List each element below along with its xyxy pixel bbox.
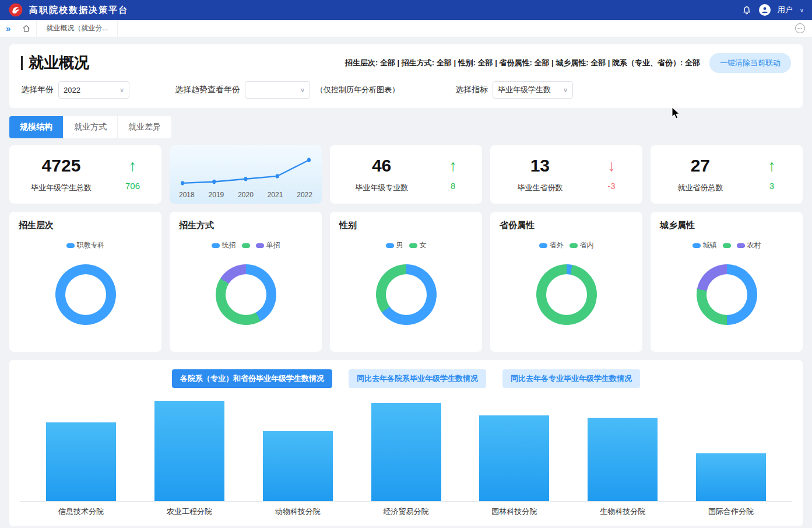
bar[interactable] xyxy=(696,453,766,501)
trend-select-note: （仅控制历年分析图表） xyxy=(316,85,399,95)
bar[interactable] xyxy=(154,401,224,501)
bar-group[interactable] xyxy=(677,453,785,501)
bar-group[interactable] xyxy=(135,401,244,501)
trend-year-select-label: 选择趋势查看年份 xyxy=(175,85,240,95)
tab-scale-structure[interactable]: 规模结构 xyxy=(9,116,64,138)
legend-item[interactable] xyxy=(242,243,250,248)
legend-swatch xyxy=(539,243,547,248)
donut-card-enrollment-level: 招生层次 职教专科 xyxy=(9,212,161,352)
legend-item[interactable]: 统招 xyxy=(212,240,236,250)
bar-group[interactable] xyxy=(244,431,352,501)
chart-legend: 职教专科 xyxy=(19,240,152,250)
legend-item[interactable]: 省外 xyxy=(539,240,564,250)
legend-swatch xyxy=(737,243,745,248)
legend-item[interactable]: 农村 xyxy=(737,240,761,250)
kpi-delta: 706 xyxy=(125,181,140,191)
bar-category-label: 经济贸易分院 xyxy=(352,506,461,517)
donut-card-gender: 性别 男女 xyxy=(330,212,482,352)
tab-department-province-students[interactable]: 各院系（专业）和省份毕业年级学生数情况 xyxy=(172,369,332,388)
legend-item[interactable]: 省内 xyxy=(570,240,594,250)
metric-select-value: 毕业年级学生数 xyxy=(498,85,551,95)
legend-item[interactable]: 女 xyxy=(409,240,427,250)
department-bar-chart-panel: 各院系（专业）和省份毕业年级学生数情况 同比去年各院系毕业年级学生数情况 同比去… xyxy=(9,360,803,526)
legend-item[interactable]: 单招 xyxy=(256,240,280,250)
breadcrumb-tabstrip: » 就业概况（就业分... ⋯ xyxy=(0,20,812,37)
open-page-tab[interactable]: 就业概况（就业分... xyxy=(36,20,118,37)
notification-bell-icon[interactable] xyxy=(741,5,752,15)
donut-chart-enrollment-level[interactable] xyxy=(55,264,116,325)
clear-linkage-button[interactable]: 一键清除当前联动 xyxy=(709,53,791,73)
kpi-label: 毕业年级学生总数 xyxy=(31,183,92,193)
person-icon xyxy=(761,6,769,14)
legend-swatch xyxy=(723,243,731,248)
kpi-card-employment-province-count[interactable]: 27 就业省份总数 ↑ 3 xyxy=(651,145,803,204)
legend-label: 省外 xyxy=(550,240,564,250)
sparkline-year-axis: 20182019202020212022 xyxy=(175,190,316,201)
chevron-down-icon[interactable]: ∨ xyxy=(800,7,804,13)
trend-down-icon: ↓ xyxy=(607,158,616,174)
chart-legend: 男女 xyxy=(339,240,473,250)
kpi-delta: -3 xyxy=(607,181,616,191)
bar-chart-plot[interactable] xyxy=(20,400,792,502)
year-select[interactable]: 2022 ∨ xyxy=(58,81,129,99)
donut-card-province-attribute: 省份属性 省外省内 xyxy=(490,212,642,352)
bar-chart-tabs: 各院系（专业）和省份毕业年级学生数情况 同比去年各院系毕业年级学生数情况 同比去… xyxy=(20,369,792,388)
donut-chart-urban-rural[interactable] xyxy=(697,264,757,325)
bar[interactable] xyxy=(588,418,658,501)
bar-group[interactable] xyxy=(352,403,461,501)
user-avatar[interactable] xyxy=(759,4,771,16)
tab-employment-mode[interactable]: 就业方式 xyxy=(64,116,118,138)
title-marker xyxy=(21,56,23,70)
bar-group[interactable] xyxy=(568,418,677,501)
spark-year-label: 2021 xyxy=(268,191,283,199)
overview-header-panel: 就业概况 招生层次: 全部 | 招生方式: 全部 | 性别: 全部 | 省份属性… xyxy=(9,44,803,108)
main-content: 就业概况 招生层次: 全部 | 招生方式: 全部 | 性别: 全部 | 省份属性… xyxy=(0,37,812,526)
chart-title: 性别 xyxy=(339,220,473,231)
donut-card-enrollment-mode: 招生方式 统招单招 xyxy=(170,212,322,352)
legend-swatch xyxy=(66,243,75,248)
active-filters-summary: 招生层次: 全部 | 招生方式: 全部 | 性别: 全部 | 省份属性: 全部 … xyxy=(345,58,700,68)
donut-chart-gender[interactable] xyxy=(376,264,437,325)
bar[interactable] xyxy=(371,403,441,501)
year-select-value: 2022 xyxy=(64,86,80,95)
user-menu-label[interactable]: 用户 xyxy=(778,5,793,15)
bar-group[interactable] xyxy=(460,415,568,501)
kpi-row: 4725 毕业年级学生总数 ↑ 706 20182019202020212022… xyxy=(9,145,803,204)
tab-employment-gap[interactable]: 就业差异 xyxy=(118,116,171,138)
tab-options-icon[interactable]: ⋯ xyxy=(795,23,805,33)
trend-year-select[interactable]: ∨ xyxy=(245,81,310,99)
bar-group[interactable] xyxy=(27,422,135,501)
kpi-trend-sparkline-card[interactable]: 20182019202020212022 xyxy=(170,145,322,204)
legend-swatch xyxy=(409,243,417,248)
kpi-card-origin-province-count[interactable]: 13 毕业生省份数 ↓ -3 xyxy=(490,145,642,204)
legend-item[interactable]: 城镇 xyxy=(693,240,717,250)
trend-up-icon: ↑ xyxy=(449,158,457,174)
kpi-label: 毕业年级专业数 xyxy=(355,183,408,193)
bar[interactable] xyxy=(46,422,116,501)
legend-label: 男 xyxy=(396,240,403,250)
legend-label: 省内 xyxy=(580,240,594,250)
legend-item[interactable]: 职教专科 xyxy=(66,240,105,250)
bar[interactable] xyxy=(479,415,549,501)
app-logo-icon xyxy=(8,2,23,18)
metric-select[interactable]: 毕业年级学生数 ∨ xyxy=(493,81,573,99)
kpi-card-total-students[interactable]: 4725 毕业年级学生总数 ↑ 706 xyxy=(9,145,161,204)
chart-legend: 城镇农村 xyxy=(660,240,793,250)
donut-chart-province-attribute[interactable] xyxy=(536,264,597,325)
legend-label: 统招 xyxy=(222,240,236,250)
trend-up-icon: ↑ xyxy=(125,158,140,174)
tab-yoy-department-students[interactable]: 同比去年各院系毕业年级学生数情况 xyxy=(349,369,486,388)
legend-item[interactable]: 男 xyxy=(386,240,403,250)
kpi-card-major-count[interactable]: 46 毕业年级专业数 ↑ 8 xyxy=(330,145,482,204)
bar[interactable] xyxy=(263,431,333,501)
bar-chart-x-axis: 信息技术分院农业工程分院动物科技分院经济贸易分院园林科技分院生物科技分院国际合作… xyxy=(20,506,792,520)
sidebar-collapse-icon[interactable]: » xyxy=(0,23,16,33)
kpi-label: 毕业生省份数 xyxy=(517,183,563,193)
tab-yoy-major-students[interactable]: 同比去年各专业毕业年级学生数情况 xyxy=(502,369,640,388)
donut-chart-enrollment-mode[interactable] xyxy=(216,264,276,325)
legend-swatch xyxy=(693,243,701,248)
legend-item[interactable] xyxy=(723,243,731,248)
metric-select-label: 选择指标 xyxy=(455,85,488,95)
home-icon[interactable] xyxy=(16,25,36,33)
chevron-down-icon: ∨ xyxy=(563,86,568,94)
